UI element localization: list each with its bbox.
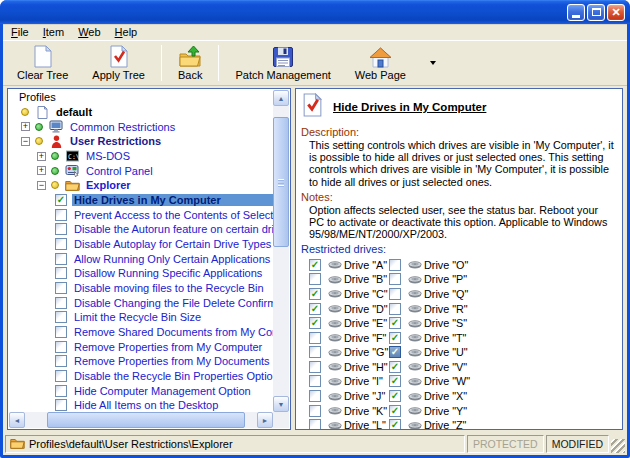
tree-item-hide-computer-management-option[interactable]: Hide Computer Management Option (9, 383, 273, 398)
item-checkbox[interactable]: ✓ (55, 194, 67, 206)
drive-row-drive-x[interactable]: ✓Drive "X" (389, 389, 470, 404)
drive-checkbox[interactable] (389, 288, 401, 300)
drive-row-drive-h[interactable]: Drive "H" (309, 360, 389, 375)
tree-item-hide-drives-in-my-computer[interactable]: ✓Hide Drives in My Computer (9, 193, 273, 208)
drive-checkbox[interactable] (309, 332, 321, 344)
scroll-up-icon[interactable]: ▲ (273, 90, 289, 106)
drive-row-drive-p[interactable]: Drive "P" (389, 272, 470, 287)
clear-tree-button[interactable]: Clear Tree (5, 43, 80, 83)
patch-management-button[interactable]: Patch Management (223, 43, 342, 83)
drive-row-drive-u[interactable]: ✓Drive "U" (389, 345, 470, 360)
tree-item-default[interactable]: default (9, 105, 273, 120)
drive-checkbox[interactable] (389, 303, 401, 315)
drive-checkbox[interactable] (389, 273, 401, 285)
tree-item-ms-dos[interactable]: +C:\MS-DOS (9, 149, 273, 164)
item-checkbox[interactable] (55, 253, 67, 265)
expand-toggle-icon[interactable]: + (37, 166, 46, 175)
back-button[interactable]: Back (166, 43, 214, 83)
drive-row-drive-a[interactable]: ✓Drive "A" (309, 257, 389, 272)
tree-item-profiles[interactable]: Profiles (9, 90, 273, 105)
expand-toggle-icon[interactable]: − (37, 181, 46, 190)
web-page-button[interactable]: Web Page (343, 43, 418, 83)
item-checkbox[interactable] (55, 282, 67, 294)
item-checkbox[interactable] (55, 399, 67, 411)
item-checkbox[interactable] (55, 311, 67, 323)
expand-toggle-icon[interactable]: − (21, 137, 30, 146)
drive-checkbox[interactable]: ✓ (309, 303, 321, 315)
tree-item-disable-autoplay-for-certain-drive-types[interactable]: Disable Autoplay for Certain Drive Types (9, 237, 273, 252)
tree-item-disable-the-recycle-bin-properties-option[interactable]: Disable the Recycle Bin Properties Optio… (9, 369, 273, 384)
drive-checkbox[interactable]: ✓ (389, 405, 401, 417)
drive-checkbox[interactable]: ✓ (309, 288, 321, 300)
horizontal-scroll-thumb[interactable] (47, 412, 245, 428)
tree-item-remove-properties-from-my-computer[interactable]: Remove Properties from My Computer (9, 339, 273, 354)
drive-checkbox[interactable]: ✓ (389, 419, 401, 430)
drive-row-drive-j[interactable]: Drive "J" (309, 389, 389, 404)
drive-checkbox[interactable] (389, 259, 401, 271)
tree-item-disable-the-autorun-feature-on-certain-dri[interactable]: Disable the Autorun feature on certain d… (9, 222, 273, 237)
scroll-right-icon[interactable]: ► (257, 412, 273, 428)
minimize-button[interactable] (567, 4, 585, 21)
drive-checkbox[interactable]: ✓ (389, 346, 401, 358)
drive-checkbox[interactable] (309, 390, 321, 402)
menu-item[interactable]: Item (36, 25, 71, 39)
drive-row-drive-o[interactable]: Drive "O" (389, 257, 470, 272)
drive-row-drive-g[interactable]: Drive "G" (309, 345, 389, 360)
drive-checkbox[interactable]: ✓ (389, 390, 401, 402)
drive-checkbox[interactable]: ✓ (389, 375, 401, 387)
scroll-down-icon[interactable]: ▼ (273, 396, 289, 412)
menu-file[interactable]: File (4, 25, 36, 39)
item-checkbox[interactable] (55, 326, 67, 338)
tree-item-disable-changing-the-file-delete-confirmat[interactable]: Disable Changing the File Delete Confirm… (9, 295, 273, 310)
resize-grip[interactable] (611, 439, 625, 453)
item-checkbox[interactable] (55, 341, 67, 353)
scroll-left-icon[interactable]: ◄ (9, 412, 25, 428)
titlebar[interactable]: ✕ (0, 0, 630, 24)
drive-row-drive-w[interactable]: ✓Drive "W" (389, 374, 470, 389)
tree-item-disable-moving-files-to-the-recycle-bin[interactable]: Disable moving files to the Recycle Bin (9, 281, 273, 296)
drive-checkbox[interactable] (309, 419, 321, 430)
drive-checkbox[interactable]: ✓ (389, 332, 401, 344)
drive-row-drive-c[interactable]: ✓Drive "C" (309, 287, 389, 302)
item-checkbox[interactable] (55, 355, 67, 367)
drive-row-drive-e[interactable]: ✓Drive "E" (309, 316, 389, 331)
drive-row-drive-s[interactable]: ✓Drive "S" (389, 316, 470, 331)
vertical-scroll-thumb[interactable] (273, 117, 289, 247)
tree-horizontal-scrollbar[interactable]: ◄ ► (9, 412, 273, 428)
drive-row-drive-r[interactable]: Drive "R" (389, 301, 470, 316)
toolbar-more-button[interactable] (424, 44, 442, 82)
menu-help[interactable]: Help (108, 25, 145, 39)
tree-item-prevent-access-to-the-contents-of-selected[interactable]: Prevent Access to the Contents of Select… (9, 207, 273, 222)
drive-checkbox[interactable]: ✓ (389, 317, 401, 329)
drive-row-drive-l[interactable]: Drive "L" (309, 418, 389, 430)
tree-item-control-panel[interactable]: +Control Panel (9, 163, 273, 178)
drive-row-drive-f[interactable]: Drive "F" (309, 330, 389, 345)
tree-item-explorer[interactable]: −Explorer (9, 178, 273, 193)
tree-item-common-restrictions[interactable]: +Common Restrictions (9, 119, 273, 134)
tree-item-remove-shared-documents-from-my-computer[interactable]: Remove Shared Documents from My Computer (9, 325, 273, 340)
apply-tree-button[interactable]: Apply Tree (80, 43, 157, 83)
drive-checkbox[interactable]: ✓ (389, 361, 401, 373)
drive-row-drive-z[interactable]: ✓Drive "Z" (389, 418, 470, 430)
item-checkbox[interactable] (55, 209, 67, 221)
menu-web[interactable]: Web (71, 25, 107, 39)
tree-item-disallow-running-specific-applications[interactable]: Disallow Running Specific Applications (9, 266, 273, 281)
tree-vertical-scrollbar[interactable]: ▲ ▼ (273, 90, 289, 412)
item-checkbox[interactable] (55, 223, 67, 235)
drive-row-drive-q[interactable]: Drive "Q" (389, 287, 470, 302)
tree-item-limit-the-recycle-bin-size[interactable]: Limit the Recycle Bin Size (9, 310, 273, 325)
drive-row-drive-b[interactable]: Drive "B" (309, 272, 389, 287)
drive-checkbox[interactable]: ✓ (309, 259, 321, 271)
drive-checkbox[interactable]: ✓ (309, 317, 321, 329)
drive-row-drive-y[interactable]: ✓Drive "Y" (389, 403, 470, 418)
drive-row-drive-k[interactable]: Drive "K" (309, 403, 389, 418)
item-checkbox[interactable] (55, 267, 67, 279)
drive-checkbox[interactable] (309, 273, 321, 285)
drive-checkbox[interactable] (309, 405, 321, 417)
item-checkbox[interactable] (55, 238, 67, 250)
drive-checkbox[interactable] (309, 361, 321, 373)
drive-checkbox[interactable] (309, 375, 321, 387)
tree-item-hide-all-items-on-the-desktop[interactable]: Hide All Items on the Desktop (9, 398, 273, 412)
item-checkbox[interactable] (55, 370, 67, 382)
item-checkbox[interactable] (55, 385, 67, 397)
